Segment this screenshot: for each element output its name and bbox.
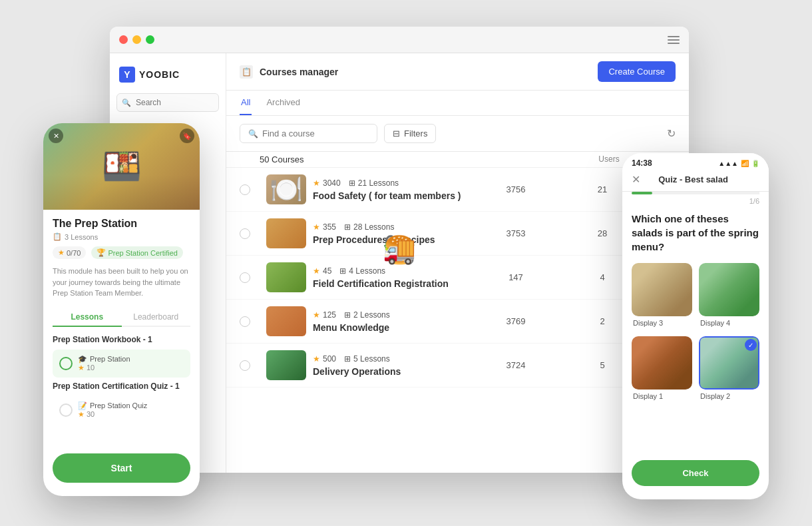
salad-image-1: [632, 336, 692, 390]
lesson-type-icon: 🎓: [78, 355, 87, 364]
lesson-type-row: 🎓 Prep Station: [78, 355, 184, 364]
quiz-header: ✕ Quiz - Best salad: [622, 170, 769, 192]
phone-body: The Prep Station 📋 3 Lessons ★ 0/70 🏆 Pr…: [43, 210, 200, 436]
option-display1[interactable]: [632, 336, 692, 390]
phone-bookmark-button[interactable]: 🔖: [180, 129, 194, 143]
lesson-circle: [59, 403, 73, 417]
quiz-options-grid: Display 3 Display 4 Display 1 ✓ Display …: [622, 263, 769, 403]
statusbar-icons: ▲▲▲ 📶 🔋: [718, 160, 759, 167]
table-row[interactable]: 🚚 ★ 500 ⊞ 5 Lessons: [226, 344, 689, 388]
phone-course-title: The Prep Station: [53, 218, 190, 230]
quiz-progress-fill: [632, 192, 652, 194]
phone-lessons-count: 📋 3 Lessons: [53, 232, 190, 241]
status-time: 14:38: [632, 158, 652, 168]
statusbar: 14:38 ▲▲▲ 📶 🔋: [622, 153, 769, 170]
quiz-question: Which one of theses salads is part of th…: [622, 212, 769, 263]
option-label: Display 2: [699, 390, 759, 403]
lesson-points: ★ 10: [78, 364, 184, 372]
food-image: 🚚: [266, 350, 306, 380]
lesson-info: 📝 Prep Station Quiz ★ 30: [78, 401, 184, 419]
signal-icon: ▲▲▲: [718, 160, 738, 167]
option-label: Display 1: [632, 390, 692, 403]
salad-image-4: [699, 263, 759, 316]
certified-badge: 🏆 Prep Station Certified: [91, 246, 183, 259]
quiz-option[interactable]: ✓ Display 2: [699, 336, 759, 403]
option-label: Display 3: [632, 316, 692, 330]
option-label: Display 4: [699, 316, 759, 330]
main-content: 📋 Courses manager Create Course All Arch…: [226, 53, 689, 473]
start-button[interactable]: Start: [53, 453, 190, 483]
battery-icon: 🔋: [751, 160, 759, 167]
option-display4[interactable]: [699, 263, 759, 316]
quiz-option[interactable]: Display 3: [632, 263, 692, 330]
phone-description: This module has been built to help you o…: [53, 266, 190, 299]
wifi-icon: 📶: [741, 160, 749, 167]
certified-icon: 🏆: [97, 248, 106, 257]
workbook-title: Prep Station Workbook - 1: [53, 335, 190, 344]
lessons-count-icon: 📋: [53, 232, 62, 241]
quiz-progress-text: 1/6: [622, 197, 769, 212]
lesson-points: ★ 30: [78, 410, 184, 419]
list-item[interactable]: 🎓 Prep Station ★ 10: [53, 350, 190, 378]
list-item[interactable]: 📝 Prep Station Quiz ★ 30: [53, 396, 190, 424]
option-display2-selected[interactable]: ✓: [699, 336, 759, 390]
lesson-info: 🎓 Prep Station ★ 10: [78, 355, 184, 372]
quiz-title: Prep Station Certification Quiz - 1: [53, 382, 190, 391]
lesson-circle: [59, 357, 73, 370]
quiz-option[interactable]: Display 1: [632, 336, 692, 403]
workbook-section: Prep Station Workbook - 1 🎓 Prep Station…: [53, 335, 190, 378]
phone-tabs: Lessons Leaderboard: [53, 308, 190, 327]
star-icon: ★: [58, 248, 65, 257]
phone-left-mockup: 🍱 ✕ 🔖 The Prep Station 📋 3 Lessons ★ 0/7…: [43, 123, 200, 496]
quiz-section: Prep Station Certification Quiz - 1 📝 Pr…: [53, 382, 190, 424]
star-icon: ★: [78, 364, 85, 372]
course-thumbnail: 🚚: [266, 350, 306, 380]
food-prep-illustration: 🍱: [43, 123, 200, 210]
selected-check-icon: ✓: [745, 339, 757, 351]
phone-score-badge: ★ 0/70: [53, 246, 86, 259]
phone-progress-row: ★ 0/70 🏆 Prep Station Certified: [53, 246, 190, 259]
quiz-title: Quiz - Best salad: [658, 174, 728, 184]
option-display3[interactable]: [632, 263, 692, 316]
phone-tab-lessons[interactable]: Lessons: [53, 308, 122, 327]
quiz-icon: 📝: [78, 401, 87, 410]
salad-image-3: [632, 263, 692, 316]
lesson-type-row: 📝 Prep Station Quiz: [78, 401, 184, 410]
courses-list: 🍽️ ★ 3040 ⊞ 21 Lessons: [226, 168, 689, 473]
quiz-progress-bar: [632, 192, 759, 194]
phone-right-mockup: 14:38 ▲▲▲ 📶 🔋 ✕ Quiz - Best salad 1/6 Wh…: [622, 153, 769, 499]
quiz-option[interactable]: Display 4: [699, 263, 759, 330]
phone-close-button[interactable]: ✕: [49, 129, 63, 143]
quiz-close-button[interactable]: ✕: [632, 173, 640, 186]
star-icon: ★: [78, 410, 85, 419]
phone-header-image: 🍱 ✕ 🔖: [43, 123, 200, 210]
phone-tab-leaderboard[interactable]: Leaderboard: [122, 308, 191, 326]
check-button[interactable]: Check: [632, 460, 759, 486]
